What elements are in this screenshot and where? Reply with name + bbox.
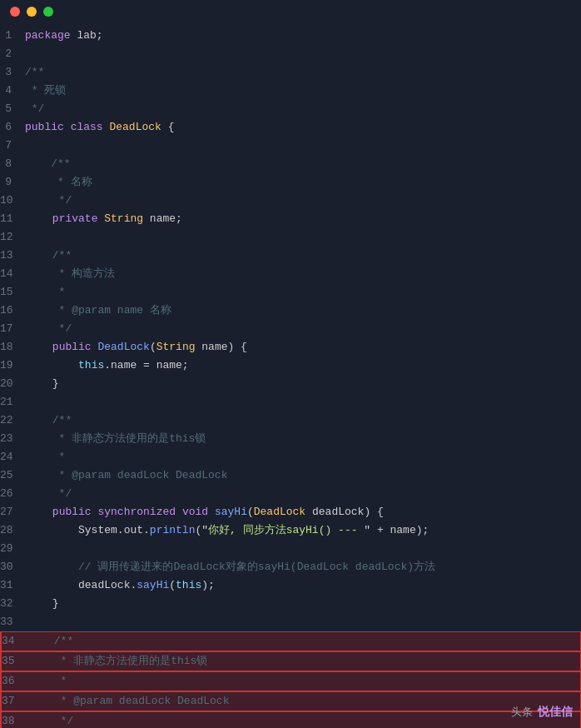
line-content: public DeadLock(String name) {: [27, 338, 574, 357]
code-line: 35 * 非静态方法使用的是this锁: [0, 651, 581, 671]
code-line: 15 *: [0, 283, 581, 302]
code-line: 38 */: [0, 711, 581, 728]
code-line: 28 System.out.println("你好, 同步方法sayHi() -…: [0, 521, 581, 540]
line-number: 13: [0, 247, 27, 265]
code-line: 27 public synchronized void sayHi(DeadLo…: [0, 503, 581, 521]
code-line: 14 * 构造方法: [0, 265, 581, 283]
line-content: */: [27, 485, 574, 503]
code-line: 13 /**: [0, 247, 581, 265]
line-content: /**: [27, 411, 574, 430]
code-line: 19 this.name = name;: [0, 357, 581, 375]
code-line: 24 *: [0, 448, 581, 466]
line-content: public class DeadLock {: [25, 118, 574, 137]
watermark-name: 悦佳信: [538, 705, 573, 720]
line-number: 29: [0, 540, 27, 558]
code-line: 26 */: [0, 485, 581, 503]
code-line: 1package lab;: [0, 27, 581, 45]
line-number: 30: [0, 558, 27, 576]
code-line: 17 */: [0, 320, 581, 338]
line-number: 21: [0, 393, 27, 411]
code-line: 34 /**: [0, 631, 581, 651]
line-content: /**: [28, 632, 574, 651]
line-content: [27, 613, 574, 631]
code-line: 20 }: [0, 375, 581, 393]
line-number: 36: [2, 672, 28, 691]
line-number: 6: [0, 118, 25, 137]
line-content: * 非静态方法使用的是this锁: [28, 652, 574, 671]
code-line: 31 deadLock.sayHi(this);: [0, 576, 581, 595]
line-content: */: [28, 712, 574, 728]
line-number: 20: [0, 375, 27, 393]
line-content: [25, 45, 574, 63]
line-number: 18: [0, 338, 27, 357]
line-number: 35: [2, 652, 28, 671]
line-content: * @param deadLock DeadLock: [28, 692, 574, 711]
code-line: 25 * @param deadLock DeadLock: [0, 466, 581, 485]
line-number: 3: [0, 63, 25, 82]
line-number: 8: [0, 155, 25, 173]
line-number: 16: [0, 302, 27, 320]
code-line: 21: [0, 393, 581, 411]
code-line: 2: [0, 45, 581, 63]
code-line: 6public class DeadLock {: [0, 118, 581, 137]
line-number: 34: [2, 632, 28, 651]
line-content: this.name = name;: [27, 357, 574, 375]
line-number: 28: [0, 521, 27, 540]
line-number: 10: [0, 192, 27, 210]
code-line: 8 /**: [0, 155, 581, 173]
line-number: 38: [2, 712, 28, 728]
line-number: 23: [0, 430, 27, 448]
code-line: 7: [0, 137, 581, 155]
line-content: * @param name 名称: [27, 302, 574, 320]
code-editor: 1package lab;2 3/**4 * 死锁5 */6public cla…: [0, 23, 581, 728]
line-content: private String name;: [27, 210, 574, 228]
line-number: 14: [0, 265, 27, 283]
line-content: */: [27, 320, 574, 338]
line-number: 17: [0, 320, 27, 338]
code-line: 29: [0, 540, 581, 558]
line-number: 33: [0, 613, 27, 631]
line-content: public synchronized void sayHi(DeadLock …: [27, 503, 574, 521]
line-content: * 名称: [25, 173, 574, 192]
code-line: 3/**: [0, 63, 581, 82]
watermark-site: 头条: [511, 705, 533, 720]
title-bar: [0, 0, 581, 23]
minimize-button[interactable]: [27, 7, 37, 17]
line-content: [27, 540, 574, 558]
code-line: 36 *: [0, 671, 581, 691]
line-content: */: [27, 192, 574, 210]
line-content: * @param deadLock DeadLock: [27, 466, 574, 485]
line-number: 15: [0, 283, 27, 302]
line-number: 31: [0, 576, 27, 595]
line-content: * 非静态方法使用的是this锁: [27, 430, 574, 448]
line-content: * 死锁: [25, 82, 574, 100]
line-number: 27: [0, 503, 27, 521]
line-number: 11: [0, 210, 27, 228]
line-number: 1: [0, 27, 25, 45]
line-content: }: [27, 375, 574, 393]
line-content: *: [27, 448, 574, 466]
code-line: 4 * 死锁: [0, 82, 581, 100]
line-content: [27, 393, 574, 411]
line-content: *: [27, 283, 574, 302]
line-number: 32: [0, 595, 27, 613]
code-line: 37 * @param deadLock DeadLock: [0, 691, 581, 711]
close-button[interactable]: [10, 7, 20, 17]
code-line: 5 */: [0, 100, 581, 118]
maximize-button[interactable]: [43, 7, 53, 17]
line-number: 22: [0, 411, 27, 430]
line-number: 26: [0, 485, 27, 503]
code-line: 11 private String name;: [0, 210, 581, 228]
code-line: 9 * 名称: [0, 173, 581, 192]
line-number: 2: [0, 45, 25, 63]
line-content: [27, 228, 574, 247]
code-line: 18 public DeadLock(String name) {: [0, 338, 581, 357]
line-content: package lab;: [25, 27, 574, 45]
line-number: 24: [0, 448, 27, 466]
line-number: 19: [0, 357, 27, 375]
line-content: /**: [25, 155, 574, 173]
line-content: // 调用传递进来的DeadLock对象的sayHi(DeadLock dead…: [27, 558, 574, 576]
line-number: 4: [0, 82, 25, 100]
line-content: * 构造方法: [27, 265, 574, 283]
line-content: System.out.println("你好, 同步方法sayHi() --- …: [27, 521, 574, 540]
